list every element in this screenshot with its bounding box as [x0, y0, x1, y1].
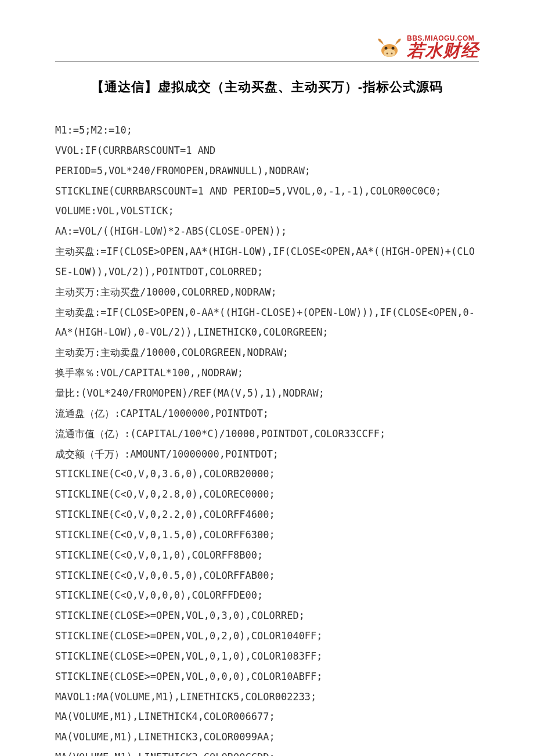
- bull-icon: [376, 35, 403, 59]
- code-line: MA(VOLUME,M1),LINETHICK2,COLOR00CCDD;: [55, 747, 479, 756]
- svg-point-2: [385, 47, 388, 50]
- code-line: 量比:(VOL*240/FROMOPEN)/REF(MA(V,5),1),NOD…: [55, 383, 479, 404]
- svg-point-3: [392, 47, 395, 50]
- code-line: STICKLINE(C<O,V,0,1,0),COLORFF8B00;: [55, 545, 479, 566]
- code-line: STICKLINE(CLOSE>=OPEN,VOL,0,0,0),COLOR10…: [55, 667, 479, 687]
- header-brand: 若水财经: [407, 42, 479, 59]
- svg-point-5: [391, 53, 393, 55]
- code-line: 成交额（千万）:AMOUNT/10000000,POINTDOT;: [55, 444, 479, 465]
- code-line: VOLUME:VOL,VOLSTICK;: [55, 201, 479, 221]
- code-line: STICKLINE(CLOSE>=OPEN,VOL,0,2,0),COLOR10…: [55, 626, 479, 646]
- page-header: BBS.MIAOGU.COM 若水财经: [55, 35, 479, 62]
- document-title: 【通达信】虚拟成交（主动买盘、主动买万）-指标公式源码: [55, 78, 479, 96]
- code-line: PERIOD=5,VOL*240/FROMOPEN,DRAWNULL),NODR…: [55, 161, 479, 181]
- code-line: 主动卖万:主动卖盘/10000,COLORGREEN,NODRAW;: [55, 343, 479, 363]
- code-line: STICKLINE(C<O,V,0,2.2,0),COLORFF4600;: [55, 505, 479, 525]
- document-page: BBS.MIAOGU.COM 若水财经 【通达信】虚拟成交（主动买盘、主动买万）…: [0, 0, 534, 756]
- code-line: M1:=5;M2:=10;: [55, 120, 479, 141]
- code-line: MAVOL1:MA(VOLUME,M1),LINETHICK5,COLOR002…: [55, 687, 479, 707]
- svg-point-1: [384, 49, 395, 57]
- svg-point-4: [387, 53, 388, 55]
- code-line: 主动买盘:=IF(CLOSE>OPEN,AA*(HIGH-LOW),IF(CLO…: [55, 242, 479, 282]
- code-line: STICKLINE(C<O,V,0,2.8,0),COLOREC0000;: [55, 484, 479, 505]
- code-line: 主动卖盘:=IF(CLOSE>OPEN,0-AA*((HIGH-CLOSE)+(…: [55, 303, 479, 343]
- code-line: STICKLINE(CLOSE>=OPEN,VOL,0,1,0),COLOR10…: [55, 646, 479, 667]
- code-line: VVOL:IF(CURRBARSCOUNT=1 AND: [55, 141, 479, 161]
- code-line: MA(VOLUME,M1),LINETHICK3,COLOR0099AA;: [55, 727, 479, 747]
- code-block: M1:=5;M2:=10;VVOL:IF(CURRBARSCOUNT=1 AND…: [55, 120, 479, 756]
- code-line: STICKLINE(C<O,V,0,0,0),COLORFFDE00;: [55, 585, 479, 606]
- code-line: STICKLINE(C<O,V,0,3.6,0),COLORB20000;: [55, 464, 479, 484]
- code-line: MA(VOLUME,M1),LINETHICK4,COLOR006677;: [55, 707, 479, 727]
- code-line: STICKLINE(CURRBARSCOUNT=1 AND PERIOD=5,V…: [55, 181, 479, 201]
- code-line: STICKLINE(CLOSE>=OPEN,VOL,0,3,0),COLORRE…: [55, 606, 479, 626]
- code-line: AA:=VOL/((HIGH-LOW)*2-ABS(CLOSE-OPEN));: [55, 221, 479, 242]
- logo-text: BBS.MIAOGU.COM 若水财经: [407, 35, 479, 59]
- code-line: 流通盘（亿）:CAPITAL/1000000,POINTDOT;: [55, 404, 479, 424]
- code-line: STICKLINE(C<O,V,0,0.5,0),COLORFFAB00;: [55, 566, 479, 586]
- code-line: STICKLINE(C<O,V,0,1.5,0),COLORFF6300;: [55, 525, 479, 545]
- logo-container: BBS.MIAOGU.COM 若水财经: [376, 35, 479, 59]
- code-line: 流通市值（亿）:(CAPITAL/100*C)/10000,POINTDOT,C…: [55, 424, 479, 444]
- code-line: 换手率％:VOL/CAPITAL*100,,NODRAW;: [55, 363, 479, 383]
- code-line: 主动买万:主动买盘/10000,COLORRED,NODRAW;: [55, 282, 479, 303]
